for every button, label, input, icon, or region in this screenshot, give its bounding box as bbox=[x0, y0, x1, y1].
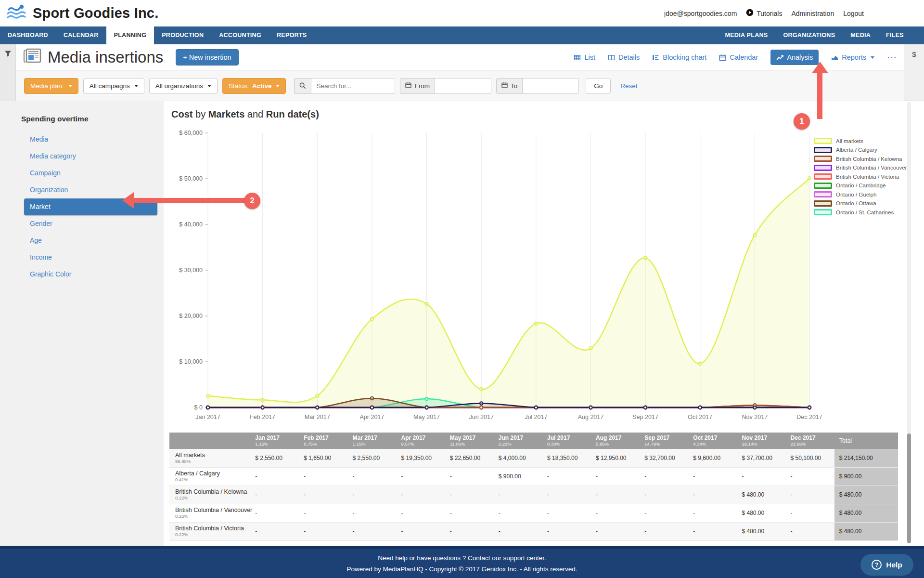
sidebar-item-age[interactable]: Age bbox=[24, 232, 157, 249]
cost-chart[interactable]: $ 0$ 10,000$ 20,000$ 30,000$ 40,000$ 50,… bbox=[169, 124, 812, 428]
month-column-header[interactable]: Dec 201722.66% bbox=[786, 433, 834, 449]
view-details-button[interactable]: Details bbox=[608, 53, 640, 61]
month-column-header[interactable]: Mar 20171.15% bbox=[347, 433, 396, 449]
svg-text:$ 10,000: $ 10,000 bbox=[179, 358, 203, 365]
legend-label: Ontario / Guelph bbox=[836, 192, 876, 197]
legend-item-all-markets[interactable]: All markets bbox=[814, 138, 898, 144]
to-date-input[interactable] bbox=[522, 78, 579, 94]
svg-text:$ 0: $ 0 bbox=[194, 404, 203, 411]
legend-swatch bbox=[814, 173, 832, 180]
nav-tab-accounting[interactable]: ACCOUNTING bbox=[211, 26, 269, 44]
play-circle-icon bbox=[746, 9, 754, 18]
month-percent: 9.57% bbox=[401, 441, 445, 447]
logout-link[interactable]: Logout bbox=[843, 10, 864, 17]
nav-tab-media[interactable]: MEDIA bbox=[843, 26, 878, 44]
legend-item-british-columbia-victoria[interactable]: British Columbia / Victoria bbox=[814, 173, 898, 180]
view-reports-button[interactable]: Reports bbox=[831, 53, 874, 61]
nav-tab-dashboard[interactable]: DASHBOARD bbox=[0, 26, 56, 44]
legend-item-ontario-cambridge[interactable]: Ontario / Cambridge bbox=[814, 183, 898, 189]
go-button[interactable]: Go bbox=[586, 78, 611, 94]
help-button[interactable]: ? Help bbox=[860, 554, 913, 576]
view-calendar-button[interactable]: Calendar bbox=[719, 53, 758, 61]
legend-item-ontario-ottawa[interactable]: Ontario / Ottawa bbox=[814, 200, 898, 207]
nav-tab-production[interactable]: PRODUCTION bbox=[154, 26, 211, 44]
nav-tab-media-plans[interactable]: MEDIA PLANS bbox=[718, 26, 776, 44]
legend-item-british-columbia-kelowna[interactable]: British Columbia / Kelowna bbox=[814, 156, 898, 162]
cost-cell: - bbox=[347, 522, 396, 540]
nav-tab-organizations[interactable]: ORGANIZATIONS bbox=[775, 26, 843, 44]
month-column-header[interactable]: Nov 201718.14% bbox=[737, 433, 785, 449]
table-row-all-markets: All markets96.88%$ 2,550.00$ 1,650.00$ 2… bbox=[169, 449, 898, 467]
annotation-step-1-badge: 1 bbox=[794, 113, 810, 130]
legend-item-british-columbia-vancouver[interactable]: British Columbia / Vancouver bbox=[814, 165, 898, 171]
month-percent: 14.79% bbox=[644, 441, 688, 447]
month-column-header[interactable]: Jun 20172.22% bbox=[494, 433, 542, 449]
all-organizations-dropdown[interactable]: All organizations bbox=[149, 78, 218, 94]
sidebar-item-media[interactable]: Media bbox=[24, 131, 157, 148]
user-email: jdoe@sportgoodies.com bbox=[664, 10, 737, 17]
legend-swatch bbox=[814, 156, 832, 162]
currency-panel-toggle[interactable]: $ bbox=[904, 44, 924, 101]
status-dropdown[interactable]: Status:Active bbox=[222, 78, 286, 94]
dollar-icon[interactable]: $ bbox=[912, 50, 916, 58]
reset-link[interactable]: Reset bbox=[620, 82, 637, 90]
filter-collapse-rail[interactable] bbox=[0, 44, 16, 101]
month-column-header[interactable]: Aug 20175.86% bbox=[591, 433, 640, 449]
all-campaigns-dropdown[interactable]: All campaigns bbox=[83, 78, 144, 94]
new-insertion-button[interactable]: + New insertion bbox=[176, 49, 238, 66]
view-label: Analysis bbox=[787, 53, 813, 61]
month-column-header[interactable]: May 201711.06% bbox=[445, 433, 494, 449]
media-plan-dropdown[interactable]: Media plan: bbox=[24, 78, 78, 94]
cost-cell: - bbox=[397, 467, 445, 486]
more-views-button[interactable]: ⋯ bbox=[887, 52, 897, 63]
administration-link[interactable]: Administration bbox=[791, 10, 834, 17]
nav-tab-calendar[interactable]: CALENDAR bbox=[56, 26, 106, 44]
month-column-header[interactable]: Apr 20179.57% bbox=[397, 433, 445, 449]
sidebar-item-media-category[interactable]: Media category bbox=[24, 148, 157, 165]
month-column-header[interactable]: Oct 20174.34% bbox=[688, 433, 737, 449]
panel-scrollbar[interactable] bbox=[907, 102, 911, 542]
question-circle-icon: ? bbox=[872, 560, 882, 570]
scrollbar-thumb[interactable] bbox=[907, 434, 911, 543]
cost-cell: - bbox=[347, 467, 396, 486]
list-icon bbox=[574, 54, 581, 61]
sidebar-item-graphic-color[interactable]: Graphic Color bbox=[24, 266, 157, 283]
legend-item-ontario-st-catharines[interactable]: Ontario / St. Catharines bbox=[814, 209, 898, 215]
search-input[interactable] bbox=[311, 78, 395, 94]
legend-item-alberta-calgary[interactable]: Alberta / Calgary bbox=[814, 147, 898, 153]
view-list-button[interactable]: List bbox=[574, 53, 595, 61]
month-column-header[interactable]: Sep 201714.79% bbox=[640, 433, 688, 449]
funnel-icon[interactable] bbox=[4, 51, 12, 59]
month-column-header[interactable]: Jul 20178.30% bbox=[542, 433, 591, 449]
footer-powered-line: Powered by MediaPlanHQ - Copyright © 201… bbox=[0, 564, 924, 575]
cost-cell: - bbox=[347, 486, 396, 504]
svg-text:$ 60,000: $ 60,000 bbox=[179, 130, 203, 136]
nav-tab-reports[interactable]: REPORTS bbox=[269, 26, 315, 44]
sidebar-item-income[interactable]: Income bbox=[24, 249, 157, 266]
sidebar-item-organization[interactable]: Organization bbox=[24, 182, 157, 198]
svg-text:$ 40,000: $ 40,000 bbox=[179, 221, 203, 228]
nav-tab-files[interactable]: FILES bbox=[878, 26, 911, 44]
month-column-header[interactable]: Jan 20171.15% bbox=[250, 433, 299, 449]
month-percent: 22.66% bbox=[791, 441, 834, 447]
cost-cell: - bbox=[445, 522, 494, 540]
nav-tab-planning[interactable]: PLANNING bbox=[106, 26, 154, 44]
view-label: Calendar bbox=[730, 53, 758, 61]
legend-label: British Columbia / Kelowna bbox=[836, 156, 902, 162]
search-icon bbox=[294, 78, 311, 94]
cost-cell: - bbox=[786, 522, 834, 540]
tutorials-link[interactable]: Tutorials bbox=[746, 9, 782, 18]
cost-cell: $ 32,700.00 bbox=[640, 449, 688, 467]
month-column-header[interactable]: Feb 20170.75% bbox=[299, 433, 347, 449]
legend-swatch bbox=[814, 165, 832, 171]
legend-item-ontario-guelph[interactable]: Ontario / Guelph bbox=[814, 191, 898, 197]
view-blocking-chart-button[interactable]: Blocking chart bbox=[652, 53, 706, 61]
month-label: Feb 2017 bbox=[304, 435, 347, 441]
sidebar-item-campaign[interactable]: Campaign bbox=[24, 165, 157, 182]
svg-text:Jun 2017: Jun 2017 bbox=[469, 414, 493, 420]
from-date-input[interactable] bbox=[435, 78, 491, 94]
legend-label: British Columbia / Vancouver bbox=[836, 165, 907, 171]
total-column-header[interactable]: Total bbox=[834, 433, 898, 449]
cost-cell: - bbox=[640, 486, 688, 504]
sidebar-item-gender[interactable]: Gender bbox=[24, 215, 157, 232]
